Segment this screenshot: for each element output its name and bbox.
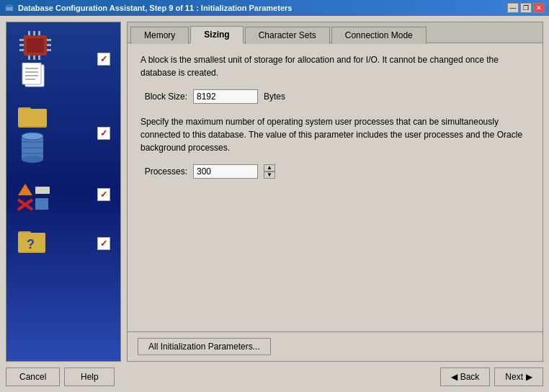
help-folder-icon: ? [17, 226, 53, 262]
svg-marker-33 [18, 184, 32, 195]
title-bar: Database Configuration Assistant, Step 9… [0, 0, 549, 16]
svg-point-28 [22, 156, 43, 163]
right-panel-bottom: All Initialization Parameters... [128, 331, 543, 361]
back-button[interactable]: ◀ Back [440, 368, 491, 386]
tab-character-sets[interactable]: Character Sets [245, 27, 330, 44]
svg-rect-11 [28, 31, 30, 35]
svg-rect-12 [33, 31, 35, 35]
svg-rect-18 [22, 63, 41, 84]
block-size-unit: Bytes [264, 92, 285, 102]
processes-spinner[interactable]: ▲ ▼ [264, 164, 275, 179]
svg-rect-9 [47, 44, 51, 46]
footer-right: ◀ Back Next ▶ [440, 368, 543, 386]
tabs-container: Memory Sizing Character Sets Connection … [128, 22, 543, 43]
window-icon [4, 3, 14, 13]
restore-button[interactable]: ❐ [520, 3, 532, 13]
svg-rect-4 [27, 38, 44, 53]
tab-memory[interactable]: Memory [130, 27, 189, 44]
svg-rect-15 [33, 55, 35, 60]
svg-rect-25 [18, 109, 47, 126]
check-4: ✓ [97, 237, 110, 250]
back-arrow-icon: ◀ [451, 372, 458, 382]
panel-row-3: ✓ [6, 171, 120, 218]
tab-content-sizing: A block is the smallest unit of storage … [128, 43, 543, 331]
back-label: Back [460, 372, 480, 382]
processes-description: Specify the maximum number of operating … [140, 115, 530, 154]
block-size-input[interactable] [193, 89, 258, 104]
panel-row-2: ✓ [6, 96, 120, 171]
docs-icon-1 [19, 63, 51, 89]
footer-left: Cancel Help [6, 368, 115, 386]
right-panel: Memory Sizing Character Sets Connection … [127, 22, 543, 362]
svg-rect-34 [35, 187, 50, 194]
svg-rect-6 [19, 44, 24, 46]
db-cylinder-icon [19, 130, 46, 164]
svg-rect-5 [19, 39, 24, 41]
folder-icon [17, 103, 48, 129]
window-title: Database Configuration Assistant, Step 9… [18, 4, 292, 12]
left-panel: ✓ [6, 22, 121, 362]
next-arrow-icon: ▶ [526, 372, 532, 382]
tab-connection-mode[interactable]: Connection Mode [331, 27, 427, 44]
svg-rect-8 [47, 39, 51, 41]
check-1: ✓ [97, 53, 110, 66]
footer: Cancel Help ◀ Back Next ▶ [6, 368, 543, 386]
next-label: Next [505, 372, 523, 382]
chip-icon [17, 30, 54, 61]
shapes-icon [17, 178, 53, 211]
block-size-label: Block Size: [140, 92, 187, 102]
minimize-button[interactable]: — [507, 3, 519, 13]
svg-rect-7 [19, 49, 24, 51]
svg-rect-37 [35, 198, 48, 210]
block-description: A block is the smallest unit of storage … [140, 53, 530, 79]
block-size-row: Block Size: Bytes [140, 89, 530, 104]
all-init-params-button[interactable]: All Initialization Parameters... [138, 338, 271, 355]
panel-row-4: ? ✓ [6, 218, 120, 269]
svg-text:?: ? [27, 237, 35, 251]
svg-rect-13 [38, 31, 40, 35]
panel-row-1: ✓ [6, 22, 120, 96]
check-3: ✓ [97, 188, 110, 201]
svg-rect-16 [38, 55, 40, 60]
processes-input[interactable] [193, 164, 258, 179]
help-button[interactable]: Help [64, 368, 115, 386]
main-window: ✓ [0, 16, 549, 392]
spinner-up[interactable]: ▲ [264, 164, 275, 172]
spinner-down[interactable]: ▼ [264, 172, 275, 179]
check-2: ✓ [97, 127, 110, 140]
svg-rect-14 [28, 55, 30, 60]
svg-rect-10 [47, 49, 51, 51]
cancel-button[interactable]: Cancel [6, 368, 60, 386]
close-button[interactable]: ✕ [533, 3, 545, 13]
processes-row: Processes: ▲ ▼ [140, 164, 530, 179]
next-button[interactable]: Next ▶ [494, 368, 543, 386]
tab-sizing[interactable]: Sizing [190, 26, 243, 43]
processes-label: Processes: [140, 166, 187, 177]
